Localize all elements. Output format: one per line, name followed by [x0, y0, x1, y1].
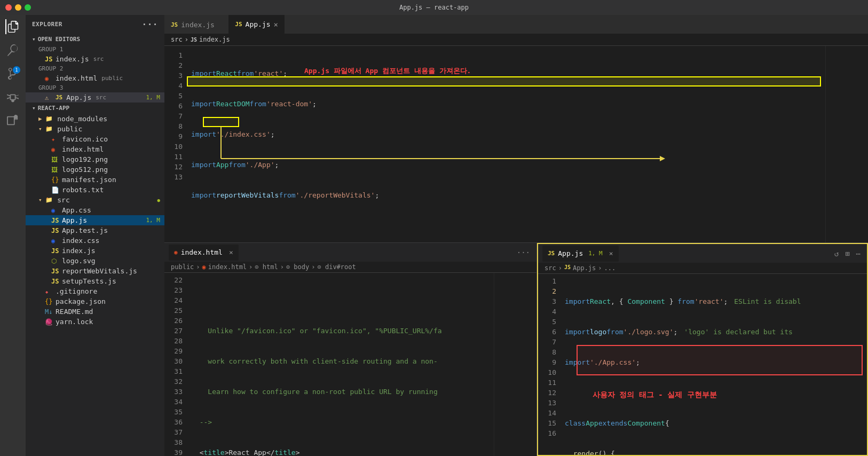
open-editor-indexjs[interactable]: JS index.js src: [26, 54, 164, 64]
logosvg-file[interactable]: ⬡ logo.svg: [26, 256, 164, 266]
packagejson-file[interactable]: {} package.json: [26, 296, 164, 306]
open-editor-appjs[interactable]: ⚠ JS App.js src 1, M: [26, 92, 164, 103]
js-icon: JS: [56, 94, 62, 101]
group1-label: GROUP 1: [26, 45, 164, 54]
activity-extensions[interactable]: [5, 113, 20, 128]
indexcss-file[interactable]: ◉ index.css: [26, 235, 164, 246]
editor-area: JS index.js × JS App.js × src › JS index…: [164, 15, 868, 456]
activity-source-control[interactable]: 1: [5, 66, 20, 81]
code-line: render() {: [561, 449, 867, 455]
css-icon: ◉: [51, 237, 60, 245]
split-icon[interactable]: ⊞: [843, 248, 851, 259]
activity-search[interactable]: [5, 43, 20, 58]
code-line: import reportWebVitals from './reportWeb…: [187, 190, 868, 200]
js-icon: JS: [51, 268, 60, 275]
bottom-editors: ◉ index.html × ··· public › ◉: [164, 242, 868, 456]
code-line: [187, 221, 868, 231]
minimap: [825, 46, 868, 242]
indexhtml-tab-bar: ◉ index.html × ···: [164, 243, 536, 262]
code-line: import ReactDOM from 'react-dom';: [187, 99, 868, 109]
appjs-popup: JS App.js 1, M × ↺ ⊞ ⋯: [537, 243, 868, 456]
indexhtml-tab-actions: ···: [515, 247, 532, 258]
img-icon: 🖼: [51, 166, 60, 174]
appjs-tab-actions: ↺ ⊞ ⋯: [832, 248, 863, 259]
indexhtml-file[interactable]: ◉ index.html: [26, 144, 164, 154]
appcss-file[interactable]: ◉ App.css: [26, 205, 164, 215]
yarn-icon: 🧶: [45, 318, 53, 326]
js-tab-icon: JS: [548, 250, 555, 257]
robots-file[interactable]: 📄 robots.txt: [26, 185, 164, 195]
maximize-button[interactable]: [25, 4, 31, 11]
code-line: Unlike "/favicon.ico" or "favicon.ico", …: [187, 326, 494, 336]
json-icon: {}: [45, 298, 53, 305]
main-layout: 1 EXPLORER ··· ▾ OPEN EDITORS GROUP 1 JS…: [0, 15, 868, 456]
indexhtml-tab-label: index.html: [181, 248, 223, 256]
yarnlock-file[interactable]: 🧶 yarn.lock: [26, 317, 164, 327]
folder-icon: ▾ 📁: [38, 196, 53, 203]
apptestjs-file[interactable]: JS App.test.js: [26, 225, 164, 235]
code-line: class App extends Component {: [561, 418, 867, 428]
activity-explorer[interactable]: [5, 19, 20, 34]
js-tab-icon: JS: [171, 21, 178, 28]
indexhtml-tab[interactable]: ◉ index.html ×: [169, 245, 239, 261]
top-editor-line-numbers: 12345 678910 111213: [164, 46, 187, 242]
html-tab-icon: ◉: [174, 249, 178, 256]
tab-appjs[interactable]: JS App.js ×: [228, 15, 285, 34]
appjs-popup-tab[interactable]: JS App.js 1, M ×: [542, 246, 619, 262]
appjs-file[interactable]: JS App.js 1, M: [26, 215, 164, 225]
appjs-badge: 1, M: [588, 250, 603, 257]
svg-icon: ⬡: [51, 257, 60, 265]
close-button[interactable]: [5, 4, 12, 11]
more-icon[interactable]: ⋯: [854, 248, 863, 259]
gitignore-file[interactable]: ⬥ .gitignore: [26, 286, 164, 296]
more-actions[interactable]: ···: [515, 247, 532, 258]
activity-debug[interactable]: [5, 90, 20, 105]
node-modules-folder[interactable]: ▶ 📁 node_modules: [26, 114, 164, 124]
tab-indexjs[interactable]: JS index.js ×: [164, 15, 228, 34]
code-line: import App from './App';: [187, 160, 868, 170]
appjs-tab-bar: JS App.js 1, M × ↺ ⊞ ⋯: [538, 244, 867, 263]
js-tab-icon: JS: [235, 21, 242, 28]
sidebar: EXPLORER ··· ▾ OPEN EDITORS GROUP 1 JS i…: [26, 15, 164, 456]
tab-indexjs-label: index.js: [181, 21, 215, 29]
appjs-code: import React, { Component } from 'react'…: [561, 274, 867, 455]
top-editor: 12345 678910 111213 App.js 파일에서 App 컴포넌트…: [164, 46, 868, 242]
open-editor-indexhtml[interactable]: ◉ index.html public: [26, 73, 164, 83]
tab-close-appjs[interactable]: ×: [274, 20, 278, 29]
minimize-button[interactable]: [15, 4, 21, 11]
appjs-popup-tab-close[interactable]: ×: [609, 249, 613, 257]
public-folder[interactable]: ▾ 📁 public: [26, 124, 164, 134]
modified-badge: ●: [157, 198, 160, 203]
group2-label: GROUP 2: [26, 64, 164, 73]
top-editor-code: import React from 'react'; import ReactD…: [187, 46, 868, 242]
js-icon: JS: [51, 278, 60, 285]
git-icon: ⬥: [45, 288, 53, 295]
code-line: import './App.css';: [561, 357, 867, 367]
logo192-file[interactable]: 🖼 logo192.png: [26, 154, 164, 164]
setuptests-file[interactable]: JS setupTests.js: [26, 276, 164, 286]
manifest-file[interactable]: {} manifest.json: [26, 175, 164, 185]
history-icon[interactable]: ↺: [832, 248, 841, 259]
html-icon: ◉: [51, 146, 60, 153]
titlebar-buttons: [5, 4, 31, 11]
sidebar-title: EXPLORER: [32, 21, 62, 28]
txt-icon: 📄: [51, 186, 60, 194]
sidebar-more[interactable]: ···: [142, 19, 158, 29]
src-folder[interactable]: ▾ 📁 src ●: [26, 195, 164, 205]
reportwebvitals-file[interactable]: JS reportWebVitals.js: [26, 266, 164, 276]
indexhtml-tab-close[interactable]: ×: [229, 248, 233, 256]
readme-file[interactable]: M↓ README.md: [26, 306, 164, 317]
code-line: work correctly both with client-side rou…: [187, 356, 494, 366]
html-icon: ◉: [45, 75, 53, 82]
js-icon: JS: [51, 217, 60, 224]
js-icon: JS: [51, 227, 60, 234]
indexhtml-code: Unlike "/favicon.ico" or "favicon.ico", …: [187, 273, 494, 456]
appjs-line-numbers: 12345 678910 1112131415 16: [538, 274, 561, 455]
logo512-file[interactable]: 🖼 logo512.png: [26, 164, 164, 175]
appjs-popup-tab-label: App.js: [558, 249, 583, 257]
indexjs-file[interactable]: JS index.js: [26, 246, 164, 256]
favicon-file[interactable]: ✦ favicon.ico: [26, 134, 164, 144]
code-line: Learn how to configure a non-root public…: [187, 387, 494, 397]
code-line: import './index.css';: [187, 129, 868, 139]
code-line: [561, 388, 867, 398]
